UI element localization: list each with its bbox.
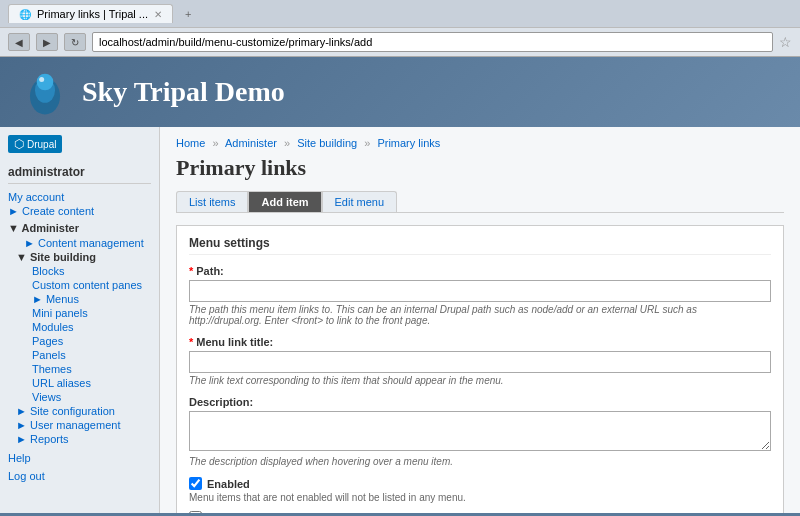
arrow-icon: ► xyxy=(16,433,30,445)
arrow-icon: ► xyxy=(16,419,30,431)
refresh-button[interactable]: ↻ xyxy=(64,33,86,51)
sidebar: ⬡ Drupal administrator My account ► Crea… xyxy=(0,127,160,513)
menu-settings-section: Menu settings * Path: The path this menu… xyxy=(176,225,784,513)
sidebar-url-aliases[interactable]: URL aliases xyxy=(8,376,151,390)
tab-add-item[interactable]: Add item xyxy=(248,191,321,212)
sidebar-modules[interactable]: Modules xyxy=(8,320,151,334)
sidebar-help[interactable]: Help xyxy=(8,446,151,466)
sidebar-views[interactable]: Views xyxy=(8,390,151,404)
tab-list-items[interactable]: List items xyxy=(176,191,248,212)
arrow-down-icon: ▼ xyxy=(16,251,30,263)
form-section-title: Menu settings xyxy=(189,236,771,255)
new-tab-button[interactable]: + xyxy=(179,5,197,23)
menu-link-title-input[interactable] xyxy=(189,351,771,373)
breadcrumb: Home » Administer » Site building » Prim… xyxy=(176,137,784,149)
enabled-group: Enabled Menu items that are not enabled … xyxy=(189,477,771,503)
sidebar-logout[interactable]: Log out xyxy=(8,466,151,486)
description-label: Description: xyxy=(189,396,771,408)
path-description: The path this menu item links to. This c… xyxy=(189,304,771,326)
path-input[interactable] xyxy=(189,280,771,302)
breadcrumb-administer[interactable]: Administer xyxy=(225,137,277,149)
sidebar-reports[interactable]: ► Reports xyxy=(8,432,151,446)
svg-point-3 xyxy=(39,77,44,82)
drupal-logo-icon xyxy=(20,67,70,117)
sidebar-administer: ▼ Administer xyxy=(8,218,151,236)
sidebar-menus[interactable]: ► Menus xyxy=(8,292,151,306)
breadcrumb-primary-links[interactable]: Primary links xyxy=(377,137,440,149)
description-field-desc: The description displayed when hovering … xyxy=(189,456,771,467)
sidebar-site-configuration[interactable]: ► Site configuration xyxy=(8,404,151,418)
path-label: * Path: xyxy=(189,265,771,277)
sidebar-blocks[interactable]: Blocks xyxy=(8,264,151,278)
tab-close-icon[interactable]: ✕ xyxy=(154,9,162,20)
tabs-bar: List items Add item Edit menu xyxy=(176,191,784,213)
arrow-icon: ► xyxy=(8,205,22,217)
breadcrumb-home[interactable]: Home xyxy=(176,137,205,149)
expanded-label: Expanded xyxy=(207,512,260,514)
arrow-icon: ► xyxy=(32,293,46,305)
path-field-group: * Path: The path this menu item links to… xyxy=(189,265,771,326)
tab-favicon-icon: 🌐 xyxy=(19,9,31,20)
menu-link-title-description: The link text corresponding to this item… xyxy=(189,375,771,386)
breadcrumb-site-building[interactable]: Site building xyxy=(297,137,357,149)
sidebar-content-management[interactable]: ► Content management xyxy=(8,236,151,250)
svg-point-2 xyxy=(37,74,54,91)
expanded-group: Expanded If selected and this menu item … xyxy=(189,511,771,513)
enabled-checkbox[interactable] xyxy=(189,477,202,490)
breadcrumb-sep-3: » xyxy=(364,137,370,149)
site-header: Sky Tripal Demo xyxy=(0,57,800,127)
sidebar-custom-content-panes[interactable]: Custom content panes xyxy=(8,278,151,292)
breadcrumb-sep-1: » xyxy=(212,137,218,149)
enabled-label: Enabled xyxy=(207,478,250,490)
back-button[interactable]: ◀ xyxy=(8,33,30,51)
drupal-badge: ⬡ Drupal xyxy=(8,135,62,153)
drupal-badge-icon: ⬡ xyxy=(14,137,24,151)
enabled-description: Menu items that are not enabled will not… xyxy=(189,492,771,503)
expanded-checkbox[interactable] xyxy=(189,511,202,513)
breadcrumb-sep-2: » xyxy=(284,137,290,149)
main-content: Home » Administer » Site building » Prim… xyxy=(160,127,800,513)
sidebar-user-management[interactable]: ► User management xyxy=(8,418,151,432)
sidebar-mini-panels[interactable]: Mini panels xyxy=(8,306,151,320)
tab-title: Primary links | Tripal ... xyxy=(37,8,148,20)
sidebar-themes[interactable]: Themes xyxy=(8,362,151,376)
page-title: Primary links xyxy=(176,155,784,181)
arrow-icon: ► xyxy=(16,405,30,417)
sidebar-panels[interactable]: Panels xyxy=(8,348,151,362)
admin-username: administrator xyxy=(8,161,151,184)
sidebar-create-content[interactable]: ► Create content xyxy=(8,204,151,218)
required-star-path: * xyxy=(189,265,193,277)
required-star-title: * xyxy=(189,336,193,348)
description-textarea[interactable] xyxy=(189,411,771,451)
arrow-icon: ► xyxy=(24,237,38,249)
arrow-down-icon: ▼ xyxy=(8,222,22,234)
menu-link-title-group: * Menu link title: The link text corresp… xyxy=(189,336,771,386)
sidebar-site-building: ▼ Site building xyxy=(8,250,151,264)
bookmark-icon[interactable]: ☆ xyxy=(779,34,792,50)
description-field-group: Description: The description displayed w… xyxy=(189,396,771,467)
forward-button[interactable]: ▶ xyxy=(36,33,58,51)
sidebar-my-account[interactable]: My account xyxy=(8,190,151,204)
menu-link-title-label: * Menu link title: xyxy=(189,336,771,348)
sidebar-pages[interactable]: Pages xyxy=(8,334,151,348)
tab-edit-menu[interactable]: Edit menu xyxy=(322,191,398,212)
address-bar-input[interactable] xyxy=(92,32,773,52)
site-title: Sky Tripal Demo xyxy=(82,76,285,108)
browser-tab[interactable]: 🌐 Primary links | Tripal ... ✕ xyxy=(8,4,173,23)
